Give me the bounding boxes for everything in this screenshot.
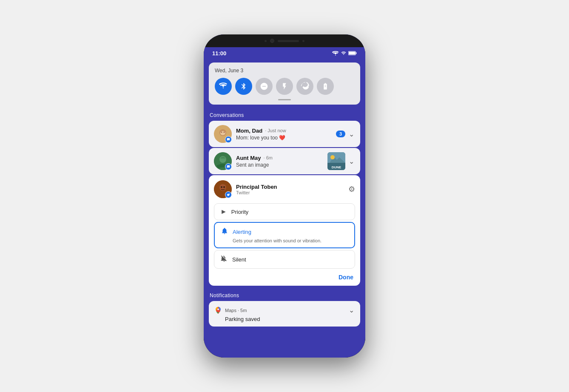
maps-notification[interactable]: Maps · 5m ⌄ Parking saved [209,301,360,327]
mom-dad-body: Mom: love you too ❤️ [236,135,332,141]
messages-badge-icon [227,138,230,141]
phone-top [204,34,365,47]
aunt-may-notification[interactable]: Aunt May · 6m Sent an image [209,148,360,174]
notifications-section: Notifications Maps · 5 [204,288,365,327]
mom-dad-notification[interactable]: Mom, Dad · Just now Mom: love you too ❤️… [209,121,360,147]
principal-toben-notification[interactable]: Principal Toben Twitter ⚙ ► Priority [209,175,360,286]
quick-settings-panel: Wed, June 3 [209,62,360,105]
bluetooth-toggle[interactable] [235,78,252,95]
aunt-may-content: Aunt May · 6m Sent an image [236,155,323,168]
priority-label: Priority [231,209,248,215]
principal-toben-info: Principal Toben Twitter [236,184,344,195]
bell-off-icon [220,255,228,262]
phone-frame: 11:00 [204,34,365,358]
principal-toben-badge [225,191,232,198]
bell-icon [221,227,228,235]
aunt-may-thumbnail: DUNE [327,152,345,170]
aunt-may-actions: DUNE ⌄ [327,152,355,170]
dnd-toggle[interactable] [256,78,273,95]
priority-icon: ► [220,208,227,216]
rotation-toggle-icon [301,82,309,91]
mom-dad-avatar-wrap [214,125,232,143]
messages-badge-icon-2 [227,165,230,168]
done-row: Done [209,270,360,286]
svg-point-19 [221,186,222,188]
svg-point-20 [223,186,225,188]
mom-dad-badge: 3 [336,131,345,137]
drag-handle [278,99,291,100]
alerting-label: Alerting [233,229,251,235]
svg-point-15 [330,155,335,159]
mom-dad-avatar-badge [225,136,232,143]
status-time: 11:00 [212,50,226,57]
svg-point-9 [224,132,225,133]
silent-option[interactable]: Silent [214,250,355,269]
notifications-section-header: Notifications [204,288,365,301]
aunt-may-body: Sent an image [236,162,323,168]
principal-toben-header: Principal Toben Twitter ⚙ [209,175,360,202]
twitter-badge-icon [227,193,230,196]
flashlight-toggle[interactable] [276,78,293,95]
maps-chevron[interactable]: ⌄ [348,305,355,315]
notification-settings-button[interactable]: ⚙ [348,185,355,194]
wifi-toggle[interactable] [215,78,232,95]
done-button[interactable]: Done [339,274,353,281]
qs-date: Wed, June 3 [215,68,354,74]
conversations-section-header: Conversations [204,108,365,121]
signal-status-icon [341,51,346,56]
principal-toben-app: Twitter [236,190,344,195]
aunt-may-avatar-badge [225,163,232,170]
maps-info: Maps · 5m [214,306,247,315]
status-icons [332,51,357,56]
alerting-icon [221,227,228,236]
dnd-toggle-icon [260,82,268,91]
flashlight-toggle-icon [281,82,288,91]
bluetooth-toggle-icon [240,82,248,91]
mom-dad-chevron[interactable]: ⌄ [348,129,355,139]
rotation-toggle[interactable] [296,78,313,95]
camera [270,39,274,43]
svg-rect-2 [349,52,355,54]
sensor-dot-2 [302,40,304,42]
aunt-may-title: Aunt May [236,155,261,161]
mom-dad-actions: 3 ⌄ [336,129,355,139]
maps-app-icon [214,306,222,315]
principal-toben-name: Principal Toben [236,184,344,190]
battery-saver-toggle[interactable] [317,78,334,95]
status-bar: 11:00 [204,47,365,59]
maps-notification-body: Parking saved [214,315,355,322]
wifi-toggle-icon [219,82,228,91]
aunt-may-image-thumb: DUNE [327,152,345,170]
aunt-may-avatar-wrap [214,152,232,170]
speaker [278,40,299,42]
svg-rect-1 [356,52,356,54]
battery-status-icon [348,51,357,56]
battery-saver-toggle-icon [321,82,329,91]
mom-dad-time: · Just now [265,128,286,133]
mom-dad-title: Mom, Dad [236,128,262,134]
silent-label: Silent [232,256,246,263]
wifi-status-icon [332,51,339,56]
phone-screen: 11:00 [204,34,365,358]
priority-option[interactable]: ► Priority [214,203,355,220]
svg-point-8 [221,132,222,133]
qs-toggles [215,78,354,95]
svg-text:DUNE: DUNE [332,165,341,169]
alerting-option[interactable]: Alerting Gets your attention with sound … [214,222,355,248]
screen-content: 11:00 [204,47,365,358]
aunt-may-chevron[interactable]: ⌄ [348,156,355,166]
maps-app-name: Maps · 5m [225,308,247,313]
sensor-dot [265,40,267,42]
maps-row: Maps · 5m ⌄ [214,305,355,315]
alerting-description: Gets your attention with sound or vibrat… [221,238,348,243]
aunt-may-time: · 6m [264,155,273,160]
silent-icon [220,255,228,264]
mom-dad-content: Mom, Dad · Just now Mom: love you too ❤️ [236,128,332,141]
principal-toben-avatar-wrap [214,180,232,198]
